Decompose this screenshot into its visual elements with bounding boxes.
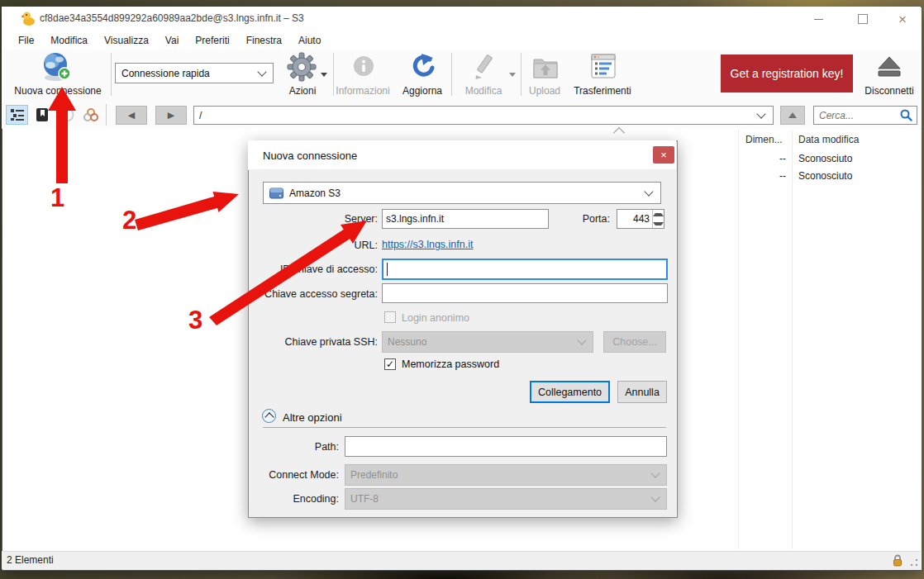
bonjour-toggle[interactable] xyxy=(79,105,102,125)
actions-label: Azioni xyxy=(278,85,327,97)
encoding-combobox[interactable]: UTF-8 xyxy=(345,488,667,510)
desktop: cf8dae34a3554d899292a60989aa2bde@s3.lngs… xyxy=(0,0,924,579)
port-value: 443 xyxy=(617,213,652,225)
status-bar xyxy=(2,551,921,569)
upload-label: Upload xyxy=(524,85,565,97)
refresh-label: Aggiorna xyxy=(398,85,446,97)
column-header-size[interactable]: Dimen... xyxy=(745,134,785,145)
menu-modifica[interactable]: Modifica xyxy=(42,33,96,48)
protocol-combobox[interactable]: Amazon S3 xyxy=(263,182,661,204)
encoding-label: Encoding: xyxy=(248,493,339,505)
maximize-icon xyxy=(858,14,868,24)
menu-visualizza[interactable]: Visualizza xyxy=(96,33,157,48)
save-password-checkbox[interactable]: ✓ xyxy=(384,358,396,370)
outline-view-icon xyxy=(10,108,25,121)
gear-icon xyxy=(287,52,317,82)
menu-aiuto[interactable]: Aiuto xyxy=(290,33,329,48)
anonymous-checkbox[interactable] xyxy=(384,311,396,323)
text-cursor xyxy=(387,263,388,276)
actions-button[interactable]: Azioni xyxy=(278,51,327,97)
server-label: Server: xyxy=(264,213,378,225)
connect-mode-combobox[interactable]: Predefinito xyxy=(345,464,667,486)
dialog-close-button[interactable]: × xyxy=(653,146,674,164)
path-label: Path: xyxy=(264,441,339,453)
refresh-button[interactable]: Aggiorna xyxy=(398,51,446,97)
info-button[interactable]: Informazioni xyxy=(335,51,391,97)
new-connection-button[interactable]: Nuova connessione xyxy=(7,51,109,97)
pencil-icon xyxy=(472,54,497,80)
row-modified: Sconosciuto xyxy=(798,153,852,164)
anonymous-label: Login anonimo xyxy=(402,312,469,324)
disconnect-button[interactable]: Disconnetti xyxy=(860,51,919,97)
transfers-icon xyxy=(591,54,616,78)
dialog-close-icon: × xyxy=(660,149,667,160)
column-header-modified[interactable]: Data modifica xyxy=(798,134,859,145)
menu-bar: File Modifica Visualizza Vai Preferiti F… xyxy=(2,31,921,50)
step-3-number: 3 xyxy=(188,306,202,335)
bonjour-icon xyxy=(83,107,99,122)
search-input[interactable] xyxy=(814,110,898,121)
edit-button[interactable]: Modifica xyxy=(457,51,510,97)
history-toggle[interactable] xyxy=(55,105,78,125)
upload-button[interactable]: Upload xyxy=(524,51,565,97)
forward-button[interactable]: ▶ xyxy=(155,106,187,125)
up-arrow-icon xyxy=(788,112,797,118)
secret-key-input[interactable] xyxy=(382,283,668,303)
new-connection-label: Nuova connessione xyxy=(7,85,109,97)
encoding-value: UTF-8 xyxy=(350,493,379,505)
menu-file[interactable]: File xyxy=(10,33,42,48)
dialog-title: Nuova connessione xyxy=(263,149,357,162)
access-key-input[interactable] xyxy=(382,259,668,280)
ssh-key-label: Chiave privata SSH: xyxy=(264,336,378,348)
port-stepper[interactable]: 443 xyxy=(617,209,664,229)
history-clock-icon xyxy=(60,107,74,122)
server-input[interactable] xyxy=(382,209,549,229)
window-title: cf8dae34a3554d899292a60989aa2bde@s3.lngs… xyxy=(40,12,304,24)
path-input[interactable] xyxy=(345,436,667,457)
ssh-key-value: Nessuno xyxy=(388,336,426,348)
port-spinner[interactable] xyxy=(652,210,664,228)
close-icon: × xyxy=(898,12,907,26)
chevron-down-icon xyxy=(644,187,653,196)
back-icon: ◀ xyxy=(128,110,135,121)
cancel-button[interactable]: Annulla xyxy=(617,381,667,403)
connect-button-label: Collegamento xyxy=(538,387,602,398)
menu-preferiti[interactable]: Preferiti xyxy=(187,33,237,48)
back-button[interactable]: ◀ xyxy=(116,106,147,125)
menu-vai[interactable]: Vai xyxy=(157,33,187,48)
resize-grip[interactable] xyxy=(909,558,919,567)
toolbar-separator xyxy=(451,53,452,96)
divider xyxy=(263,427,666,428)
transfers-label: Trasferimenti xyxy=(572,85,633,97)
transfers-button[interactable]: Trasferimenti xyxy=(572,51,633,97)
port-label: Porta: xyxy=(545,213,610,225)
outline-view-toggle[interactable] xyxy=(6,105,28,125)
quick-connect-combobox[interactable]: Connessione rapida xyxy=(115,63,274,83)
lock-icon[interactable] xyxy=(891,553,904,567)
server-url-link[interactable]: https://s3.lngs.infn.it xyxy=(382,239,473,250)
more-options-toggle[interactable] xyxy=(262,409,276,423)
secret-key-label: Chiave accesso segreta: xyxy=(248,288,378,300)
registration-key-label: Get a registration key! xyxy=(731,67,844,80)
access-key-label: ID chiave di accesso: xyxy=(264,263,378,275)
ssh-key-combobox[interactable]: Nessuno xyxy=(382,331,593,353)
column-divider[interactable] xyxy=(792,130,793,549)
edit-label: Modifica xyxy=(457,85,510,97)
go-up-button[interactable] xyxy=(780,106,805,125)
eject-icon xyxy=(877,55,902,78)
connect-button[interactable]: Collegamento xyxy=(530,381,610,403)
toolbar-separator xyxy=(111,53,112,96)
choose-button[interactable]: Choose... xyxy=(603,331,666,353)
column-divider[interactable] xyxy=(738,130,739,549)
actions-dropdown-icon xyxy=(321,73,327,77)
registration-key-banner[interactable]: Get a registration key! xyxy=(721,55,853,93)
bookmarks-toggle[interactable] xyxy=(31,105,53,125)
connect-mode-value: Predefinito xyxy=(350,469,398,481)
close-button[interactable]: × xyxy=(884,10,921,28)
path-combobox[interactable]: / xyxy=(193,106,774,125)
info-label: Informazioni xyxy=(335,85,391,97)
minimize-button[interactable] xyxy=(800,10,836,28)
toolbar-separator xyxy=(521,53,522,96)
maximize-button[interactable] xyxy=(845,10,881,28)
menu-finestra[interactable]: Finestra xyxy=(238,33,290,48)
